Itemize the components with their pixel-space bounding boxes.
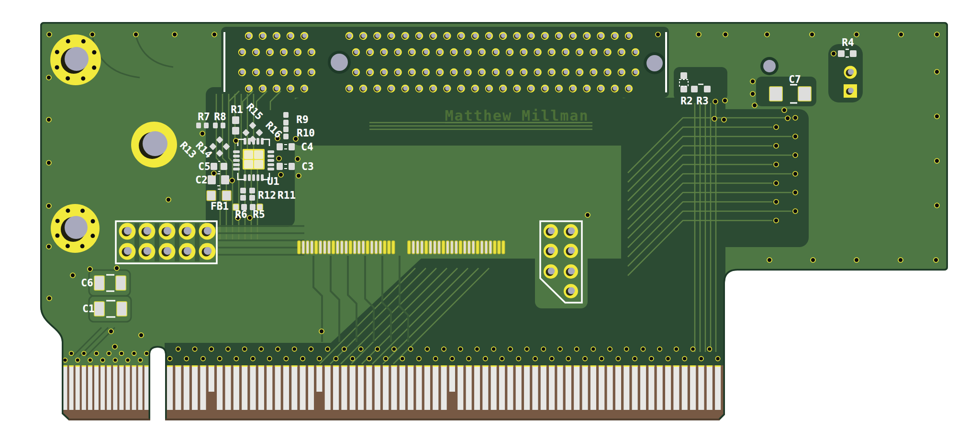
- pcb-board-render: [0, 0, 980, 430]
- pcb-3d-viewport[interactable]: R7 R8 R1 R15 R16 R9 R10 C4 C3 R13 R14 C5…: [0, 0, 980, 430]
